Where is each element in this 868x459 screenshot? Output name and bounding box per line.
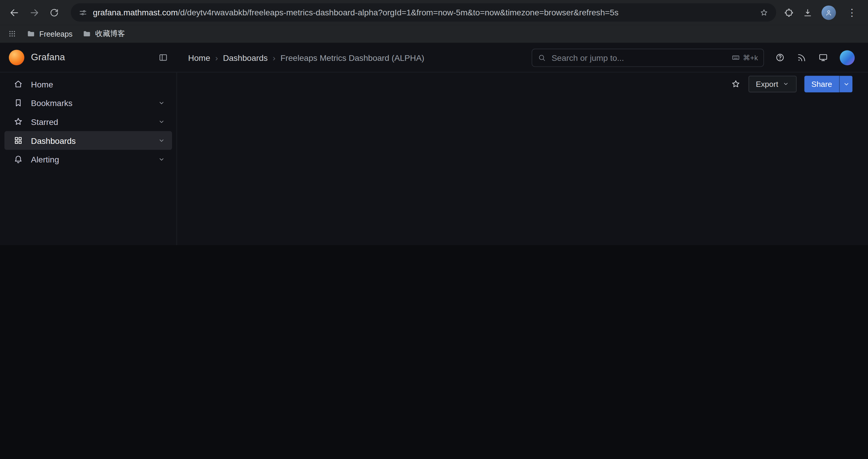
folder-icon [83,29,91,38]
sidebar-item-label: Bookmarks [31,98,150,107]
screen: grafana.mathmast.com/d/deytv4rwavabkb/fr… [0,0,868,245]
back-button[interactable] [6,4,23,21]
search-icon [538,54,546,62]
main-content: Export Share Last 5 minutes [177,72,868,245]
breadcrumb-separator: › [273,53,275,62]
grafana-logo[interactable] [9,50,24,65]
home-icon [13,79,23,89]
browser-menu-icon[interactable]: ⋮ [845,6,859,19]
brand-area: Grafana [0,50,177,65]
bell-icon [13,154,23,164]
chevron-down-icon[interactable] [158,155,165,163]
news-rss-icon[interactable] [797,53,807,63]
search-shortcut: ⌘+k [731,53,758,62]
downloads-icon[interactable] [803,7,813,18]
sidebar-item-dashboards[interactable]: Dashboards [4,131,172,150]
bookmarks-bar: Freeleaps 收藏博客 [0,25,868,43]
browser-toolbar: grafana.mathmast.com/d/deytv4rwavabkb/fr… [0,0,868,25]
url-domain: grafana.mathmast.com [93,8,178,17]
share-button[interactable]: Share [804,76,839,92]
address-bar[interactable]: grafana.mathmast.com/d/deytv4rwavabkb/fr… [71,3,776,22]
sidebar-item-label: Home [31,79,165,89]
bookmark-star-icon[interactable] [760,8,769,17]
breadcrumb-separator: › [215,53,218,62]
dashboard-toolbar: Export Share [177,72,868,95]
chevron-down-icon[interactable] [158,118,165,126]
bookmark-label: Freeleaps [39,30,72,38]
sidebar-item-alerting[interactable]: Alerting [4,150,172,169]
apps-grid-icon[interactable] [8,29,17,38]
export-button[interactable]: Export [749,76,797,92]
help-icon[interactable] [775,53,785,63]
chevron-down-icon[interactable] [158,99,165,107]
breadcrumb: Home › Dashboards › Freeleaps Metrics Da… [177,53,531,62]
shortcut-text: ⌘+k [743,54,758,62]
share-split-button: Share [804,76,852,92]
forward-button[interactable] [25,4,43,21]
sidebar-item-label: Dashboards [31,136,150,145]
bookmark-icon [13,98,23,108]
search-box[interactable]: ⌘+k [531,48,764,67]
browser-actions: ⋮ [784,5,862,20]
sidebar-item-home[interactable]: Home [4,75,172,94]
favorite-star-button[interactable] [731,79,741,89]
search-input[interactable] [550,52,727,63]
mega-menu-toggle-icon[interactable] [158,53,168,63]
sidebar-item-bookmarks[interactable]: Bookmarks [4,93,172,112]
url-text: grafana.mathmast.com/d/deytv4rwavabkb/fr… [93,8,754,17]
bookmark-folder-blogs[interactable]: 收藏博客 [83,29,125,39]
sidebar-item-label: Starred [31,117,150,126]
monitor-icon[interactable] [818,53,828,63]
dashboards-grid-icon [13,136,23,145]
site-settings-icon[interactable] [79,8,88,17]
url-path: /d/deytv4rwavabkb/freeleaps-metrics-dash… [178,8,619,17]
grafana-body: Home Bookmarks Starred Dashboards Alerti… [0,72,868,245]
breadcrumb-dashboards[interactable]: Dashboards [223,53,268,62]
brand-name: Grafana [31,52,152,63]
user-avatar[interactable] [840,50,855,65]
chevron-down-icon [782,80,789,87]
star-icon [13,117,23,127]
chevron-down-icon[interactable] [158,136,165,144]
keyboard-icon [731,53,740,62]
sidebar: Home Bookmarks Starred Dashboards Alerti… [0,72,177,245]
extensions-icon[interactable] [784,7,794,18]
bookmark-folder-freeleaps[interactable]: Freeleaps [27,29,73,38]
browser-profile-avatar[interactable] [822,5,836,20]
breadcrumb-home[interactable]: Home [188,53,210,62]
browser-nav-buttons [6,4,63,21]
sidebar-item-label: Alerting [31,155,150,164]
dashboard-canvas: Last 5 minutes Refresh Total requests pe… [177,95,185,97]
grafana-header: Grafana Home › Dashboards › Freeleaps Me… [0,43,868,72]
export-label: Export [756,79,778,88]
reload-button[interactable] [45,4,63,21]
breadcrumb-current: Freeleaps Metrics Dashboard (ALPHA) [280,53,424,62]
share-menu-caret[interactable] [839,76,852,92]
folder-icon [27,29,35,38]
bookmark-label: 收藏博客 [95,29,125,39]
header-icons [764,50,868,65]
sidebar-item-starred[interactable]: Starred [4,112,172,131]
